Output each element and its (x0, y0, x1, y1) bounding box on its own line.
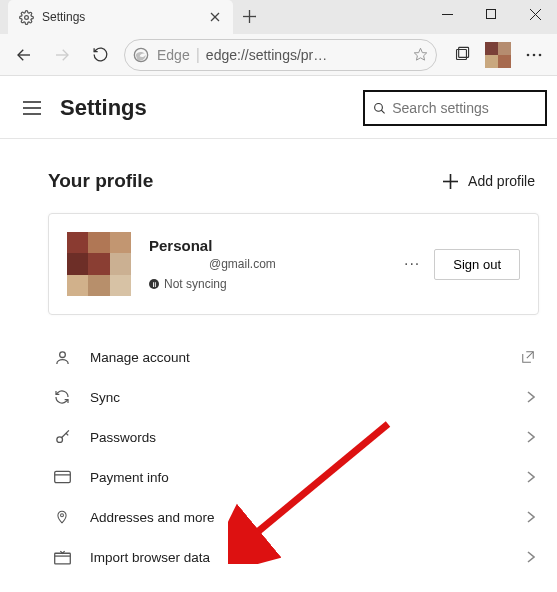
svg-point-16 (533, 53, 536, 56)
svg-point-26 (56, 436, 62, 442)
back-button[interactable] (6, 37, 42, 73)
url-brand-label: Edge (157, 47, 190, 63)
separator: | (196, 46, 200, 64)
svg-rect-6 (487, 10, 496, 19)
row-label: Payment info (90, 470, 509, 485)
sync-icon (52, 389, 72, 405)
svg-point-25 (59, 351, 65, 357)
person-icon (52, 349, 72, 366)
row-payment-info[interactable]: Payment info (48, 457, 539, 497)
minimize-button[interactable] (425, 0, 469, 28)
browser-toolbar: Edge | edge://settings/pr… (0, 34, 557, 76)
search-settings-box[interactable] (363, 90, 547, 126)
row-passwords[interactable]: Passwords (48, 417, 539, 457)
refresh-button[interactable] (82, 37, 118, 73)
add-profile-button[interactable]: Add profile (439, 167, 539, 195)
search-input[interactable] (392, 100, 537, 116)
chevron-right-icon (527, 551, 535, 563)
new-tab-button[interactable] (233, 0, 265, 32)
sync-off-icon: ⏸ (149, 279, 159, 289)
row-label: Addresses and more (90, 510, 509, 525)
collections-button[interactable] (443, 37, 479, 73)
window-controls (425, 0, 557, 28)
row-label: Sync (90, 390, 509, 405)
row-addresses[interactable]: Addresses and more (48, 497, 539, 537)
chevron-right-icon (527, 471, 535, 483)
row-sync[interactable]: Sync (48, 377, 539, 417)
location-icon (52, 508, 72, 526)
profile-section: Your profile Add profile Personal @gmail… (0, 139, 557, 577)
menu-icon[interactable] (18, 94, 46, 122)
tab-title: Settings (42, 10, 207, 24)
profile-picture (67, 232, 131, 296)
svg-point-15 (527, 53, 530, 56)
chevron-right-icon (527, 391, 535, 403)
chevron-right-icon (527, 431, 535, 443)
gear-icon (18, 9, 34, 25)
forward-button[interactable] (44, 37, 80, 73)
svg-point-17 (539, 53, 542, 56)
edge-icon (133, 46, 151, 64)
svg-point-21 (375, 103, 383, 111)
sync-status: ⏸ Not syncing (149, 277, 386, 291)
url-text: edge://settings/pr… (206, 47, 409, 63)
svg-line-22 (381, 110, 384, 113)
row-label: Import browser data (90, 550, 509, 565)
row-label: Manage account (90, 350, 503, 365)
search-icon (373, 101, 386, 116)
page-title: Settings (60, 95, 349, 121)
settings-page: Settings Your profile Add profile Person… (0, 76, 557, 592)
row-label: Passwords (90, 430, 509, 445)
window-titlebar: Settings (0, 0, 557, 34)
external-icon (521, 350, 535, 364)
key-icon (52, 429, 72, 446)
maximize-button[interactable] (469, 0, 513, 28)
svg-rect-27 (54, 471, 70, 482)
row-manage-account[interactable]: Manage account (48, 337, 539, 377)
sign-out-button[interactable]: Sign out (434, 249, 520, 280)
sync-status-label: Not syncing (164, 277, 227, 291)
svg-marker-12 (414, 48, 427, 60)
profile-card: Personal @gmail.com ⏸ Not syncing ··· Si… (48, 213, 539, 315)
svg-point-0 (24, 15, 28, 19)
chevron-right-icon (527, 511, 535, 523)
import-icon (52, 550, 72, 565)
svg-rect-14 (458, 47, 468, 57)
close-icon[interactable] (207, 9, 223, 25)
profile-name: Personal (149, 237, 386, 254)
window-close-button[interactable] (513, 0, 557, 28)
menu-button[interactable] (517, 38, 551, 72)
profile-avatar-button[interactable] (485, 42, 511, 68)
page-header: Settings (0, 76, 557, 138)
settings-list: Manage account Sync Passwords Payment in… (48, 337, 539, 577)
svg-point-29 (61, 514, 64, 517)
favorite-icon[interactable] (413, 47, 428, 62)
add-profile-label: Add profile (468, 173, 535, 189)
profile-more-button[interactable]: ··· (404, 255, 420, 273)
address-bar[interactable]: Edge | edge://settings/pr… (124, 39, 437, 71)
profile-email: @gmail.com (209, 257, 386, 271)
svg-rect-13 (456, 50, 466, 60)
row-import-browser-data[interactable]: Import browser data (48, 537, 539, 577)
svg-rect-30 (54, 553, 70, 564)
section-title: Your profile (48, 170, 153, 192)
browser-tab[interactable]: Settings (8, 0, 233, 34)
plus-icon (443, 174, 458, 189)
card-icon (52, 470, 72, 484)
